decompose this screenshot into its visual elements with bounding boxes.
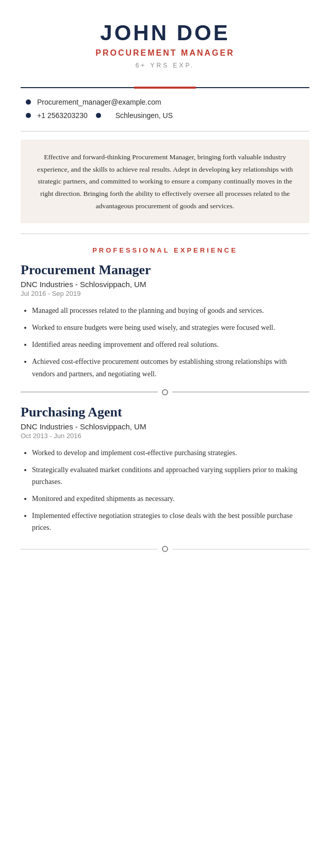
bottom-line-left (21, 549, 158, 549)
job-company-2: DNC Industries - Schlosvippach, UM (21, 422, 309, 431)
summary-text: Effective and forward-thinking Procureme… (36, 151, 294, 212)
job-title-2: Purchasing Agent (21, 405, 309, 420)
bullet-item: Implemented effective negotiation strate… (32, 510, 309, 533)
job-company-1: DNC Industries - Schlosvippach, UM (21, 280, 309, 289)
bullet-item: Achieved cost-effective procurement outc… (32, 356, 309, 379)
timeline-line-right (172, 392, 309, 392)
timeline-line-left (21, 392, 158, 392)
job-bullets-1: Managed all processes related to the pla… (21, 305, 309, 379)
job-entry-purchasing-agent: Purchasing Agent DNC Industries - Schlos… (0, 405, 330, 534)
experience-section-header: PROFESSIONAL EXPERIENCE (21, 246, 309, 254)
timeline-circle-icon (162, 389, 168, 395)
timeline-separator (21, 389, 309, 395)
bullet-icon (26, 113, 31, 118)
email-value: Procurement_manager@example.com (37, 98, 161, 106)
divider-left (21, 87, 134, 88)
bullet-item: Identified areas needing improvement and… (32, 339, 309, 350)
email-contact: Procurement_manager@example.com (26, 98, 304, 106)
bottom-separator (21, 546, 309, 552)
section-divider (21, 233, 309, 234)
header-section: JOHN DOE PROCUREMENT MANAGER 6+ YRS EXP. (0, 0, 330, 79)
bottom-circle-icon (162, 546, 168, 552)
resume-container: JOHN DOE PROCUREMENT MANAGER 6+ YRS EXP.… (0, 0, 330, 552)
bottom-line-right (172, 549, 309, 549)
phone-contact: +1 2563203230 (26, 111, 88, 120)
bullet-item: Managed all processes related to the pla… (32, 305, 309, 316)
candidate-name: JOHN DOE (21, 21, 309, 45)
bullet-item: Monitored and expedited shipments as nec… (32, 493, 309, 505)
job-entry-procurement-manager: Procurement Manager DNC Industries - Sch… (0, 262, 330, 379)
divider-right (196, 87, 309, 88)
bullet-item: Worked to develop and implement cost-eff… (32, 447, 309, 459)
phone-value: +1 2563203230 (37, 111, 88, 120)
divider-accent-bar (134, 87, 196, 89)
separator-dot (96, 113, 101, 118)
location-value: Schleusingen, US (116, 111, 173, 120)
summary-section: Effective and forward-thinking Procureme… (21, 140, 309, 223)
job-dates-2: Oct 2013 - Jun 2016 (21, 432, 309, 440)
bullet-icon (26, 99, 31, 105)
bullet-item: Strategically evaluated market condition… (32, 464, 309, 488)
contact-section: Procurement_manager@example.com +1 25632… (0, 89, 330, 129)
bullet-item: Worked to ensure budgets were being used… (32, 322, 309, 333)
candidate-experience: 6+ YRS EXP. (21, 62, 309, 69)
contact-divider (21, 131, 309, 131)
candidate-title: PROCUREMENT MANAGER (21, 48, 309, 58)
job-title-1: Procurement Manager (21, 262, 309, 278)
job-dates-1: Jul 2016 - Sep 2019 (21, 290, 309, 297)
job-bullets-2: Worked to develop and implement cost-eff… (21, 447, 309, 534)
phone-location-row: +1 2563203230 Schleusingen, US (26, 111, 304, 120)
